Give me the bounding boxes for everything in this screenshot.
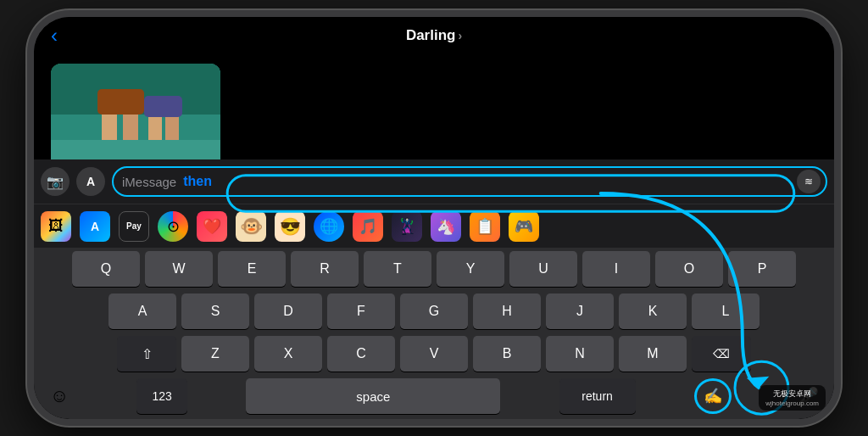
key-e[interactable]: E <box>218 251 286 287</box>
key-o[interactable]: O <box>655 251 723 287</box>
app-icon-safari[interactable]: 🌐 <box>314 211 344 242</box>
volume-down-button[interactable] <box>27 161 29 195</box>
app-icon-photos[interactable]: 🖼 <box>41 211 71 242</box>
app-icon-unicorn[interactable]: 🦄 <box>431 211 461 242</box>
key-f[interactable]: F <box>327 293 395 329</box>
key-send[interactable]: ✍ <box>694 378 732 414</box>
keyboard-row-4: ☺ 123 space return ✍ 🎤 <box>34 375 834 417</box>
key-a[interactable]: A <box>108 293 176 329</box>
key-p[interactable]: P <box>728 251 796 287</box>
key-return[interactable]: return <box>559 378 636 414</box>
key-z[interactable]: Z <box>181 336 249 372</box>
app-icon-monkey[interactable]: 🐵 <box>236 211 266 242</box>
key-emoji[interactable]: ☺ <box>41 378 78 414</box>
messages-area: ‹ Darling › <box>34 17 834 204</box>
keyboard-row-1: Q W E R T Y U I O P <box>34 248 834 290</box>
key-d[interactable]: D <box>254 293 322 329</box>
keyboard-row-3: ⇧ Z X C V B N M ⌫ <box>34 333 834 375</box>
messages-header: ‹ Darling › <box>34 17 834 51</box>
key-j[interactable]: J <box>546 293 614 329</box>
video-thumbnail[interactable] <box>51 64 220 174</box>
app-icon-hero[interactable]: 🦹 <box>392 211 422 242</box>
keyboard-row-2: A S D F G H J K L <box>34 290 834 333</box>
key-l[interactable]: L <box>692 293 760 329</box>
key-g[interactable]: G <box>400 293 468 329</box>
contact-name-text: Darling <box>406 27 456 44</box>
key-u[interactable]: U <box>509 251 577 287</box>
apps-icon: A <box>86 175 95 188</box>
key-i[interactable]: I <box>582 251 650 287</box>
video-scene <box>51 64 220 174</box>
camera-icon: 📷 <box>47 174 64 190</box>
key-c[interactable]: C <box>327 336 395 372</box>
key-b[interactable]: B <box>473 336 541 372</box>
home-indicator-bar <box>34 417 834 419</box>
app-icon-heart[interactable]: ❤️ <box>197 211 227 242</box>
typed-text: then <box>183 174 212 189</box>
key-y[interactable]: Y <box>437 251 504 287</box>
key-s[interactable]: S <box>181 293 249 329</box>
phone-frame: ‹ Darling › <box>27 10 841 426</box>
app-icon-game[interactable]: 🎮 <box>509 211 539 242</box>
app-icon-applepay[interactable]: Pay <box>119 211 149 242</box>
svg-rect-7 <box>144 96 182 117</box>
key-n[interactable]: N <box>546 336 614 372</box>
app-icon-appstore[interactable]: A <box>80 211 110 242</box>
audio-button[interactable]: ≋ <box>797 170 821 193</box>
key-m[interactable]: M <box>619 336 687 372</box>
app-icon-music[interactable]: 🎵 <box>353 211 383 242</box>
volume-up-button[interactable] <box>27 119 29 153</box>
watermark: 无极安卓网 wjhotelgroup.com <box>759 385 826 411</box>
contact-name[interactable]: Darling › <box>406 27 462 44</box>
key-x[interactable]: X <box>254 336 322 372</box>
app-icon-fitness[interactable]: ⊙ <box>158 211 188 242</box>
key-w[interactable]: W <box>145 251 213 287</box>
watermark-brand: 无极安卓网 <box>765 388 819 400</box>
app-icon-memoji[interactable]: 😎 <box>275 211 305 242</box>
key-k[interactable]: K <box>619 293 687 329</box>
key-v[interactable]: V <box>400 336 468 372</box>
message-input[interactable]: iMessage then ≋ <box>112 166 827 197</box>
chevron-right-icon: › <box>458 29 462 42</box>
key-q[interactable]: Q <box>72 251 140 287</box>
back-chevron-icon: ‹ <box>51 24 58 48</box>
key-t[interactable]: T <box>364 251 431 287</box>
app-strip: 🖼 A Pay ⊙ ❤️ 🐵 😎 🌐 🎵 🦹 🦄 📋 🎮 <box>34 204 834 248</box>
key-delete[interactable]: ⌫ <box>692 336 751 372</box>
keyboard: Q W E R T Y U I O P A S D F G H J K <box>34 248 834 417</box>
input-placeholder: iMessage <box>122 175 176 189</box>
key-shift[interactable]: ⇧ <box>117 336 176 372</box>
key-h[interactable]: H <box>473 293 541 329</box>
key-numbers[interactable]: 123 <box>136 378 187 414</box>
video-content <box>51 64 220 174</box>
key-space[interactable]: space <box>246 378 500 414</box>
power-button[interactable] <box>839 136 841 195</box>
back-button[interactable]: ‹ <box>51 24 58 48</box>
input-toolbar: 📷 A iMessage then ≋ <box>34 159 834 204</box>
app-icon-stickers[interactable]: 📋 <box>470 211 500 242</box>
waveform-icon: ≋ <box>804 176 813 187</box>
svg-rect-6 <box>97 89 144 115</box>
key-r[interactable]: R <box>291 251 359 287</box>
phone-screen: ‹ Darling › <box>34 17 834 419</box>
apps-button[interactable]: A <box>76 167 105 196</box>
camera-button[interactable]: 📷 <box>41 167 70 196</box>
watermark-site: wjhotelgroup.com <box>765 400 819 407</box>
